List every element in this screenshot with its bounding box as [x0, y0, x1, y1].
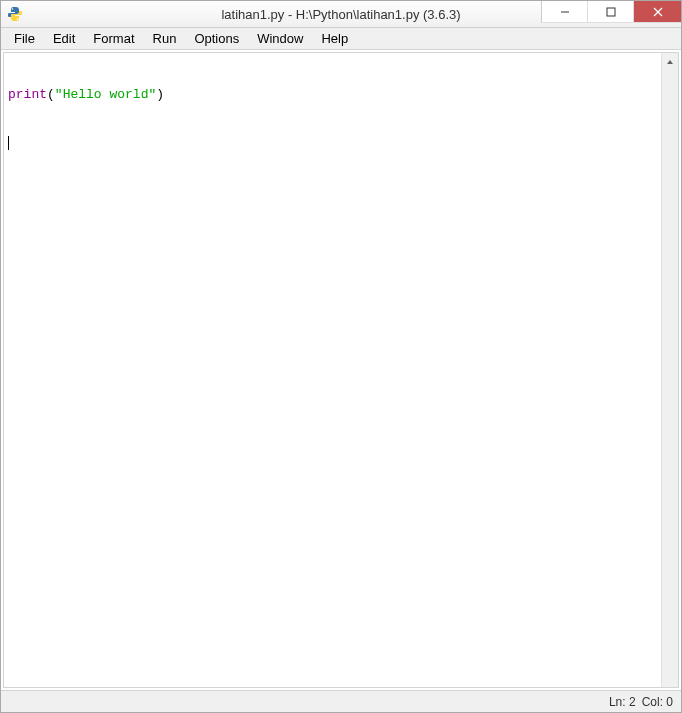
statusbar: Ln: 2 Col: 0 — [1, 690, 681, 712]
maximize-button[interactable] — [587, 1, 633, 23]
svg-point-1 — [17, 18, 19, 20]
window-title: latihan1.py - H:\Python\latihan1.py (3.6… — [221, 7, 460, 22]
menu-format[interactable]: Format — [84, 29, 143, 48]
menu-options[interactable]: Options — [185, 29, 248, 48]
status-col-number: Col: 0 — [642, 695, 673, 709]
string-token: "Hello world" — [55, 87, 156, 102]
paren-open: ( — [47, 87, 55, 102]
vertical-scrollbar[interactable] — [661, 53, 678, 687]
editor-container: print("Hello world") — [3, 52, 679, 688]
menu-window[interactable]: Window — [248, 29, 312, 48]
code-line-1: print("Hello world") — [8, 87, 657, 103]
window-controls — [541, 1, 681, 23]
menu-file[interactable]: File — [5, 29, 44, 48]
menu-help[interactable]: Help — [312, 29, 357, 48]
code-line-2 — [8, 135, 657, 151]
svg-point-0 — [12, 8, 14, 10]
code-editor[interactable]: print("Hello world") — [4, 53, 661, 687]
titlebar: latihan1.py - H:\Python\latihan1.py (3.6… — [1, 1, 681, 28]
svg-rect-3 — [607, 8, 615, 16]
minimize-button[interactable] — [541, 1, 587, 23]
builtin-token: print — [8, 87, 47, 102]
scroll-up-icon[interactable] — [662, 53, 678, 70]
close-button[interactable] — [633, 1, 681, 23]
python-idle-icon — [7, 6, 23, 22]
menubar: File Edit Format Run Options Window Help — [1, 28, 681, 50]
status-line-number: Ln: 2 — [609, 695, 636, 709]
menu-run[interactable]: Run — [144, 29, 186, 48]
paren-close: ) — [156, 87, 164, 102]
menu-edit[interactable]: Edit — [44, 29, 84, 48]
text-cursor — [8, 136, 9, 150]
